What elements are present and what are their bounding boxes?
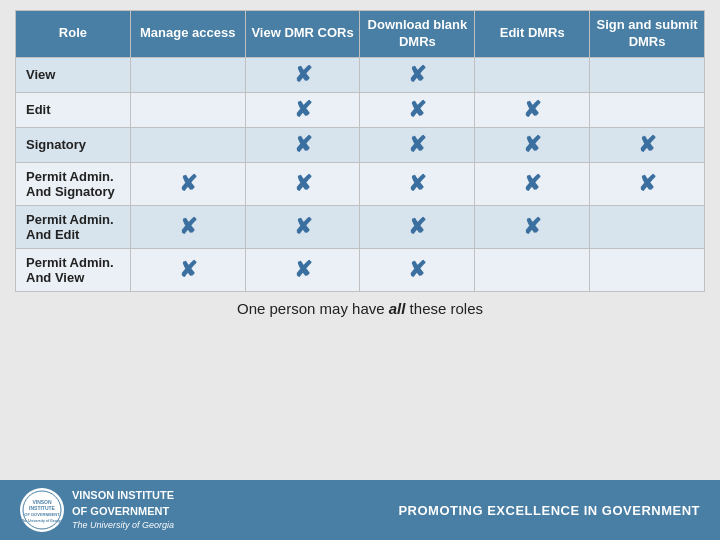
checkmark-icon: ✘: [523, 216, 541, 238]
checkmark-icon: ✘: [523, 134, 541, 156]
download_blank_dmrs-cell: ✘: [360, 248, 475, 291]
manage_access-cell: [130, 127, 245, 162]
download_blank_dmrs-cell: ✘: [360, 92, 475, 127]
table-row: Permit Admin. And Signatory✘✘✘✘✘: [16, 162, 705, 205]
view_dmr_cors-cell: ✘: [245, 57, 360, 92]
table-row: Signatory✘✘✘✘: [16, 127, 705, 162]
table-row: Permit Admin. And Edit✘✘✘✘: [16, 205, 705, 248]
col-header-role: Role: [16, 11, 131, 58]
logo-sub-text: The University of Georgia: [72, 519, 174, 532]
view_dmr_cors-cell: ✘: [245, 248, 360, 291]
checkmark-icon: ✘: [408, 173, 426, 195]
manage_access-cell: [130, 57, 245, 92]
checkmark-icon: ✘: [523, 99, 541, 121]
checkmark-icon: ✘: [408, 216, 426, 238]
col-header-edit-dmrs: Edit DMRs: [475, 11, 590, 58]
view_dmr_cors-cell: ✘: [245, 127, 360, 162]
col-header-manage-access: Manage access: [130, 11, 245, 58]
view_dmr_cors-cell: ✘: [245, 92, 360, 127]
checkmark-icon: ✘: [294, 173, 312, 195]
table-row: Edit✘✘✘: [16, 92, 705, 127]
logo-text-block: VINSON INSTITUTE OF GOVERNMENT The Unive…: [72, 488, 174, 531]
sign_submit_dmrs-cell: [590, 57, 705, 92]
checkmark-icon: ✘: [408, 259, 426, 281]
view_dmr_cors-cell: ✘: [245, 162, 360, 205]
checkmark-icon: ✘: [179, 216, 197, 238]
role-cell: View: [16, 57, 131, 92]
checkmark-icon: ✘: [638, 173, 656, 195]
col-header-view-dmr-cors: View DMR CORs: [245, 11, 360, 58]
roles-table: Role Manage access View DMR CORs Downloa…: [15, 10, 705, 292]
download_blank_dmrs-cell: ✘: [360, 127, 475, 162]
checkmark-icon: ✘: [294, 99, 312, 121]
svg-text:OF GOVERNMENT: OF GOVERNMENT: [24, 512, 60, 517]
download_blank_dmrs-cell: ✘: [360, 162, 475, 205]
role-cell: Signatory: [16, 127, 131, 162]
manage_access-cell: [130, 92, 245, 127]
logo-circle: VINSON INSTITUTE OF GOVERNMENT The Unive…: [20, 488, 64, 532]
view_dmr_cors-cell: ✘: [245, 205, 360, 248]
svg-text:INSTITUTE: INSTITUTE: [29, 505, 55, 511]
checkmark-icon: ✘: [294, 216, 312, 238]
svg-text:The University of Georgia: The University of Georgia: [22, 519, 62, 523]
edit_dmrs-cell: [475, 248, 590, 291]
main-content: Role Manage access View DMR CORs Downloa…: [0, 0, 720, 480]
checkmark-icon: ✘: [294, 259, 312, 281]
manage_access-cell: ✘: [130, 162, 245, 205]
role-cell: Permit Admin. And View: [16, 248, 131, 291]
role-cell: Permit Admin. And Signatory: [16, 162, 131, 205]
checkmark-icon: ✘: [408, 134, 426, 156]
sign_submit_dmrs-cell: [590, 92, 705, 127]
manage_access-cell: ✘: [130, 205, 245, 248]
manage_access-cell: ✘: [130, 248, 245, 291]
table-row: Permit Admin. And View✘✘✘: [16, 248, 705, 291]
checkmark-icon: ✘: [179, 259, 197, 281]
table-row: View✘✘: [16, 57, 705, 92]
download_blank_dmrs-cell: ✘: [360, 205, 475, 248]
sign_submit_dmrs-cell: [590, 205, 705, 248]
bottom-banner: VINSON INSTITUTE OF GOVERNMENT The Unive…: [0, 480, 720, 540]
logo-main-text: VINSON INSTITUTE OF GOVERNMENT: [72, 488, 174, 519]
sign_submit_dmrs-cell: [590, 248, 705, 291]
edit_dmrs-cell: ✘: [475, 205, 590, 248]
col-header-download-blank-dmrs: Download blank DMRs: [360, 11, 475, 58]
checkmark-icon: ✘: [179, 173, 197, 195]
checkmark-icon: ✘: [523, 173, 541, 195]
checkmark-icon: ✘: [294, 64, 312, 86]
footer-note: One person may have all these roles: [15, 292, 705, 323]
role-cell: Permit Admin. And Edit: [16, 205, 131, 248]
edit_dmrs-cell: ✘: [475, 127, 590, 162]
edit_dmrs-cell: ✘: [475, 92, 590, 127]
col-header-sign-submit-dmrs: Sign and submit DMRs: [590, 11, 705, 58]
checkmark-icon: ✘: [294, 134, 312, 156]
sign_submit_dmrs-cell: ✘: [590, 127, 705, 162]
checkmark-icon: ✘: [408, 64, 426, 86]
checkmark-icon: ✘: [408, 99, 426, 121]
logo-area: VINSON INSTITUTE OF GOVERNMENT The Unive…: [20, 488, 174, 532]
banner-slogan: PROMOTING EXCELLENCE IN GOVERNMENT: [398, 503, 700, 518]
role-cell: Edit: [16, 92, 131, 127]
sign_submit_dmrs-cell: ✘: [590, 162, 705, 205]
edit_dmrs-cell: ✘: [475, 162, 590, 205]
download_blank_dmrs-cell: ✘: [360, 57, 475, 92]
checkmark-icon: ✘: [638, 134, 656, 156]
edit_dmrs-cell: [475, 57, 590, 92]
